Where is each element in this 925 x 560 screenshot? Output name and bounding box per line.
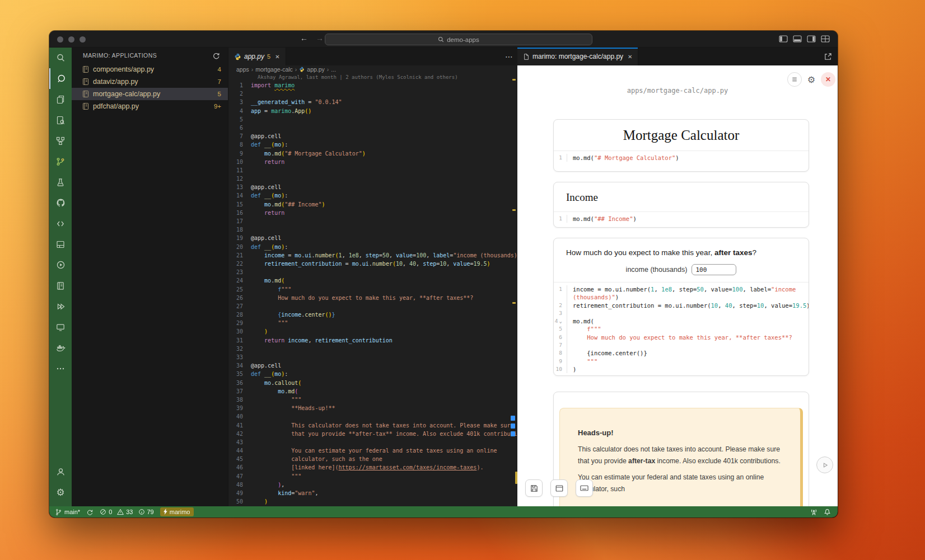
line-number[interactable]: 18	[228, 225, 251, 234]
bell-icon[interactable]	[824, 509, 831, 516]
line-number[interactable]: 45	[228, 455, 251, 463]
line-number[interactable]: 3	[228, 98, 251, 106]
line-number[interactable]: 40	[228, 412, 251, 421]
line-number[interactable]: 8	[228, 140, 251, 149]
sidebar-item[interactable]: components/app.py4	[72, 63, 228, 76]
code-line[interactable]: 14def __(mo):	[228, 191, 517, 200]
line-number[interactable]: 6	[228, 124, 251, 132]
line-number[interactable]: 24	[228, 276, 251, 285]
code-line[interactable]: 50 )	[228, 497, 517, 506]
notebook-icon[interactable]	[49, 275, 72, 296]
sidebar-item[interactable]: dataviz/app.py7	[72, 76, 228, 88]
code-line[interactable]: 3__generated_with = "0.0.14"	[228, 98, 517, 106]
code-line[interactable]: 26 How much do you expect to make this y…	[228, 294, 517, 302]
forward-arrow-icon[interactable]: →	[314, 34, 325, 43]
line-number[interactable]: 38	[228, 396, 251, 404]
line-number[interactable]: 34	[228, 361, 251, 370]
code-line[interactable]: 1import marimo	[228, 81, 517, 90]
refresh-icon[interactable]	[212, 51, 220, 59]
beaker-icon[interactable]	[49, 172, 72, 192]
line-number[interactable]: 11	[228, 166, 251, 175]
line-number[interactable]: 25	[228, 285, 251, 294]
layout-panel-icon[interactable]	[49, 234, 72, 255]
code-line[interactable]: 30 )	[228, 327, 517, 336]
line-number[interactable]: 17	[228, 217, 251, 225]
sidebar-item[interactable]: pdfchat/app.py9+	[72, 100, 228, 112]
line-number[interactable]: 27	[228, 302, 251, 310]
code-line[interactable]: 25 f"""	[228, 285, 517, 294]
code-chevrons-icon[interactable]	[49, 213, 72, 234]
command-center[interactable]: demo-apps	[325, 34, 592, 45]
line-number[interactable]: 5	[228, 115, 251, 124]
line-number[interactable]: 47	[228, 472, 251, 481]
code-line[interactable]: 38 """	[228, 396, 517, 404]
docker-icon[interactable]	[49, 337, 72, 358]
tab-app-py[interactable]: app.py 5 ✕	[228, 48, 286, 65]
code-line[interactable]: 46 [linked here](https://smartasset.com/…	[228, 463, 517, 472]
code-line[interactable]: 45 calculator, such as the one	[228, 455, 517, 463]
code-line[interactable]: 12	[228, 175, 517, 183]
sync-button[interactable]	[86, 509, 94, 516]
code-line[interactable]: 17	[228, 217, 517, 225]
line-number[interactable]: 39	[228, 404, 251, 412]
line-number[interactable]: 1	[228, 81, 251, 90]
open-browser-button[interactable]	[550, 479, 568, 497]
code-line[interactable]: 31 return income, retirement_contributio…	[228, 336, 517, 345]
code-line[interactable]: 2	[228, 90, 517, 98]
line-number[interactable]: 19	[228, 234, 251, 242]
zoom-window-button[interactable]	[80, 36, 86, 43]
code-editor[interactable]: Akshay Agrawal, last month | 2 authors (…	[228, 73, 517, 506]
line-number[interactable]: 42	[228, 430, 251, 438]
line-number[interactable]: 46	[228, 463, 251, 472]
line-number[interactable]: 21	[228, 251, 251, 260]
line-number[interactable]: 32	[228, 345, 251, 353]
code-line[interactable]: 9 mo.md("# Mortgage Calculator")	[228, 149, 517, 158]
line-number[interactable]: 13	[228, 183, 251, 191]
git-blame-annotation[interactable]: Akshay Agrawal, last month | 2 authors (…	[258, 73, 517, 81]
code-line[interactable]: 41 This calculator does not take taxes i…	[228, 421, 517, 430]
code-line[interactable]: 23	[228, 268, 517, 276]
breadcrumb-item[interactable]: app.py	[307, 66, 325, 73]
code-line[interactable]: 35def __(mo):	[228, 370, 517, 378]
line-number[interactable]: 31	[228, 336, 251, 345]
code-line[interactable]: 7@app.cell	[228, 132, 517, 140]
keyboard-shortcuts-button[interactable]	[576, 479, 593, 497]
code-line[interactable]: 42 that you provide **after-tax** income…	[228, 430, 517, 438]
symbols-icon[interactable]	[49, 130, 72, 151]
code-line[interactable]: 18	[228, 225, 517, 234]
line-number[interactable]: 9	[228, 149, 251, 158]
back-arrow-icon[interactable]: ←	[298, 34, 310, 43]
code-line[interactable]: 20def __(mo):	[228, 243, 517, 251]
marimo-extension-icon[interactable]	[49, 68, 72, 89]
code-line[interactable]: 34@app.cell	[228, 361, 517, 370]
code-line[interactable]: 40	[228, 412, 517, 421]
line-number[interactable]: 15	[228, 200, 251, 209]
line-number[interactable]: 30	[228, 327, 251, 336]
git-branch-icon[interactable]	[49, 151, 72, 172]
line-number[interactable]: 33	[228, 353, 251, 361]
run-circle-icon[interactable]	[49, 255, 72, 275]
code-line[interactable]: 28 {income.center()}	[228, 310, 517, 319]
run-all-icon[interactable]	[49, 296, 72, 317]
line-number[interactable]: 7	[228, 132, 251, 140]
radio-tower-icon[interactable]	[810, 509, 817, 516]
code-line[interactable]: 16 return	[228, 209, 517, 217]
toggle-sidebar-right-icon[interactable]	[807, 35, 816, 43]
breadcrumb-item[interactable]: ...	[331, 66, 336, 73]
line-number[interactable]: 35	[228, 370, 251, 378]
line-number[interactable]: 20	[228, 243, 251, 251]
panel-settings-button[interactable]: ⚙	[804, 72, 819, 87]
code-line[interactable]: 19@app.cell	[228, 234, 517, 242]
problems-indicator[interactable]: 0 33 79	[100, 509, 154, 515]
breadcrumb-item[interactable]: apps	[236, 66, 249, 73]
panel-menu-button[interactable]	[787, 72, 802, 87]
line-number[interactable]: 16	[228, 209, 251, 217]
code-line[interactable]: 37 mo.md(	[228, 387, 517, 396]
search-icon[interactable]	[49, 48, 72, 68]
code-line[interactable]: 22 retirement_contribution = mo.ui.numbe…	[228, 260, 517, 268]
code-line[interactable]: 48 ),	[228, 481, 517, 489]
save-button[interactable]	[525, 479, 543, 497]
code-line[interactable]: 13@app.cell	[228, 183, 517, 191]
code-line[interactable]: 21 income = mo.ui.number(1, 1e8, step=50…	[228, 251, 517, 260]
run-app-button[interactable]	[816, 457, 833, 473]
